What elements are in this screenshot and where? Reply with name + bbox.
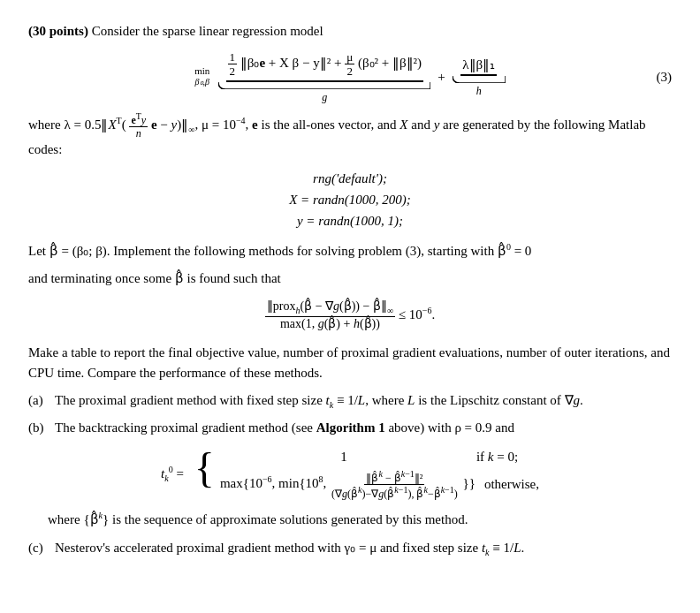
- matlab-code: rng('default'); X = randn(1000, 200); y …: [28, 168, 672, 231]
- mu-frac: μ 2: [345, 50, 354, 79]
- problem-container: (30 points) Consider the sparse linear r…: [28, 21, 672, 559]
- plus-operator: +: [438, 70, 445, 85]
- h-label: h: [476, 85, 482, 98]
- half-frac: 1 2: [228, 50, 238, 79]
- g-term: 1 2 ‖β₀e + X β − y‖² + μ 2 (β₀² + ‖β‖²): [218, 50, 430, 104]
- and-paragraph: and terminating once some β̂ is found su…: [28, 269, 672, 289]
- equation-3: min β₀,β 1 2 ‖β₀e + X β − y‖² + μ: [28, 50, 672, 104]
- convergence-criterion: ‖proxh(β̂ − ∇g(β̂)) − β̂‖∞ max(1, g(β̂) …: [28, 299, 672, 332]
- h-term: λ‖β‖₁ h: [453, 57, 506, 98]
- case-1-expr: 1: [220, 447, 468, 467]
- left-brace: {: [194, 447, 215, 500]
- g-label: g: [322, 91, 327, 104]
- code-line-3: y = randn(1000, 1);: [28, 210, 672, 231]
- item-b-content: The backtracking proximal gradient metho…: [55, 418, 672, 438]
- tk-lhs: tk0 =: [161, 465, 184, 483]
- case-1-cond: if k = 0;: [476, 447, 518, 467]
- g-expression: 1 2 ‖β₀e + X β − y‖² + μ 2 (β₀² + ‖β‖²): [226, 50, 424, 82]
- convergence-frac: ‖proxh(β̂ − ∇g(β̂)) − β̂‖∞ max(1, g(β̂) …: [265, 299, 395, 332]
- cases-content: 1 if k = 0; max{10−6, min{108, ‖β̂k − β̂…: [220, 447, 539, 500]
- brace-cases: { 1 if k = 0; max{10−6, min{108, ‖β̂k − …: [194, 447, 539, 500]
- case-2-cond: otherwise,: [484, 474, 539, 495]
- problem-intro: (30 points) Consider the sparse linear r…: [28, 21, 672, 42]
- item-b: (b) The backtracking proximal gradient m…: [28, 418, 672, 438]
- step-size-frac: ‖β̂k − β̂k−1‖² (∇g(β̂k)−∇g(β̂k−1), β̂k−β…: [330, 469, 460, 501]
- underbrace-g: [218, 82, 430, 89]
- intro-text: Consider the sparse linear regression mo…: [92, 24, 323, 38]
- min-operator: min β₀,β: [194, 65, 211, 88]
- h-expression: λ‖β‖₁: [460, 57, 497, 76]
- case-row-1: 1 if k = 0;: [220, 447, 539, 467]
- where-paragraph: where λ = 0.5‖XT( eTy n e − y)‖∞, μ = 10…: [28, 111, 672, 161]
- item-a-content: The proximal gradient method with fixed …: [55, 390, 672, 412]
- item-c: (c) Nesterov's accelerated proximal grad…: [28, 538, 672, 560]
- case-row-2: max{10−6, min{108, ‖β̂k − β̂k−1‖² (∇g(β̂…: [220, 469, 539, 501]
- item-c-content: Nesterov's accelerated proximal gradient…: [55, 538, 672, 560]
- item-a: (a) The proximal gradient method with fi…: [28, 390, 672, 412]
- item-b-label: (b): [28, 418, 48, 438]
- equation-number: (3): [657, 70, 673, 85]
- piecewise-tk: tk0 = { 1 if k = 0; max{10−6, min{108, ‖…: [28, 447, 672, 500]
- table-instruction: Make a table to report the final objecti…: [28, 343, 672, 384]
- points-label: (30 points): [28, 24, 88, 38]
- case-2-expr: max{10−6, min{108, ‖β̂k − β̂k−1‖² (∇g(β̂…: [220, 469, 476, 501]
- item-a-label: (a): [28, 390, 48, 411]
- ety-frac: eTy n: [129, 111, 148, 140]
- item-c-label: (c): [28, 538, 48, 558]
- sequence-text: where {β̂k} is the sequence of approxima…: [48, 509, 672, 530]
- piecewise-row: tk0 = { 1 if k = 0; max{10−6, min{108, ‖…: [28, 447, 672, 500]
- let-paragraph: Let β̂ = (β₀; β). Implement the followin…: [28, 240, 672, 261]
- code-line-2: X = randn(1000, 200);: [28, 189, 672, 210]
- code-line-1: rng('default');: [28, 168, 672, 189]
- underbrace-h: [453, 76, 506, 83]
